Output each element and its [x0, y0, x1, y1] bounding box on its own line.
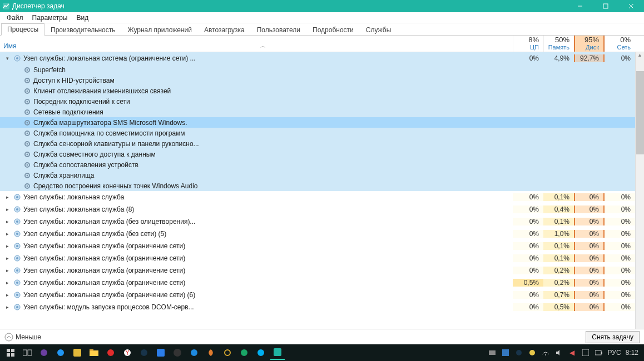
taskbar-yandex-icon[interactable]: Y — [120, 345, 135, 360]
expand-icon[interactable]: ▸ — [3, 231, 11, 237]
taskbar-app-6[interactable] — [187, 345, 201, 360]
process-group-row[interactable]: ▸Узел службы: локальная служба0%0,1%0%0% — [0, 191, 635, 203]
scrollbar-thumb[interactable] — [636, 71, 644, 154]
tab-users[interactable]: Пользователи — [251, 24, 306, 36]
cpu-cell: 0% — [513, 54, 543, 62]
maximize-button[interactable] — [593, 0, 618, 12]
svg-point-61 — [107, 349, 114, 356]
expand-icon[interactable]: ▸ — [3, 194, 11, 200]
taskbar-taskmgr-icon[interactable] — [270, 345, 285, 360]
child-service-row[interactable]: Клиент отслеживания изменившихся связей — [0, 86, 635, 96]
tray-language[interactable]: РУС — [608, 349, 621, 357]
expand-icon[interactable]: ▸ — [3, 268, 11, 273]
process-group-row[interactable]: ▸Узел службы: локальная служба (ограниче… — [0, 240, 635, 252]
end-task-button[interactable]: Снять задачу — [586, 331, 640, 343]
system-tray[interactable]: ◀ РУС 8:12 — [488, 348, 642, 357]
svg-text:Y: Y — [125, 349, 130, 357]
child-service-row[interactable]: Доступ к HID-устройствам — [0, 75, 635, 86]
vertical-scrollbar[interactable]: ▲ — [635, 52, 644, 329]
child-service-row[interactable]: Служба помощника по совместимости програ… — [0, 128, 635, 138]
expand-icon[interactable]: ▸ — [3, 255, 11, 261]
tab-details[interactable]: Подробности — [306, 24, 360, 36]
tray-power-icon[interactable] — [595, 348, 603, 357]
column-network[interactable]: 0% Сеть — [605, 36, 635, 52]
process-group-row[interactable]: ▸Узел службы: локальная служба (8)0%0,4%… — [0, 203, 635, 215]
expand-icon[interactable]: ▸ — [3, 243, 11, 249]
tab-performance[interactable]: Производительность — [44, 24, 121, 36]
process-group-row[interactable]: ▾Узел службы: локальная система (огранич… — [0, 52, 635, 64]
menu-options[interactable]: Параметры — [28, 13, 72, 23]
fewer-details-button[interactable]: Меньше — [4, 333, 41, 342]
process-group-row[interactable]: ▸Узел службы: локальная служба (ограниче… — [0, 252, 635, 264]
svg-rect-72 — [489, 350, 496, 355]
svg-rect-55 — [28, 350, 32, 355]
net-cell: 0% — [605, 230, 635, 238]
taskbar-app-8[interactable] — [220, 345, 235, 360]
process-group-row[interactable]: ▸Узел службы: модуль запуска процессов D… — [0, 301, 635, 313]
expand-icon[interactable]: ▸ — [3, 280, 11, 285]
process-list[interactable]: ▾Узел службы: локальная система (огранич… — [0, 52, 635, 329]
menu-file[interactable]: Файл — [2, 13, 28, 23]
close-button[interactable] — [618, 0, 644, 12]
taskbar[interactable]: Y ◀ РУС 8:12 — [0, 344, 644, 361]
child-service-row[interactable]: Средство построения конечных точек Windo… — [0, 180, 635, 191]
taskbar-app-1[interactable] — [37, 345, 51, 360]
expand-icon[interactable]: ▸ — [3, 207, 11, 212]
taskbar-app-9[interactable] — [237, 345, 251, 360]
taskbar-explorer-icon[interactable] — [87, 345, 101, 360]
process-group-row[interactable]: ▸Узел службы: локальная служба (без сети… — [0, 228, 635, 240]
taskbar-steam-icon[interactable] — [137, 345, 151, 360]
tray-icon-4[interactable]: ◀ — [568, 348, 577, 357]
tray-clock[interactable]: 8:12 — [626, 349, 638, 357]
tray-icon-2[interactable] — [501, 348, 510, 357]
column-disk[interactable]: 95% Диск — [574, 36, 605, 52]
task-view-icon[interactable] — [20, 345, 34, 360]
start-button[interactable] — [3, 345, 18, 360]
taskbar-app-7[interactable] — [204, 345, 218, 360]
child-service-row[interactable]: Служба совместного доступа к данным — [0, 149, 635, 159]
expand-icon[interactable]: ▸ — [3, 292, 11, 298]
svg-point-34 — [16, 220, 18, 223]
expand-icon[interactable]: ▸ — [3, 304, 11, 310]
child-service-row[interactable]: Служба сенсорной клавиатуры и панели рук… — [0, 138, 635, 149]
child-service-row[interactable]: Служба маршрутизатора SMS Microsoft Wind… — [0, 117, 635, 128]
taskbar-opera-icon[interactable] — [103, 345, 118, 360]
column-memory[interactable]: 50% Память — [543, 36, 574, 52]
process-group-row[interactable]: ▸Узел службы: локальная служба (без олиц… — [0, 215, 635, 228]
child-service-row[interactable]: Служба хранилища — [0, 170, 635, 180]
taskbar-app-4[interactable] — [153, 345, 168, 360]
process-group-row[interactable]: ▸Узел службы: локальная служба (ограниче… — [0, 277, 635, 289]
tray-volume-icon[interactable] — [554, 348, 563, 357]
taskbar-app-2[interactable] — [53, 345, 68, 360]
tab-startup[interactable]: Автозагрузка — [198, 24, 251, 36]
svg-rect-65 — [157, 349, 165, 357]
taskbar-app-5[interactable] — [170, 345, 185, 360]
menu-view[interactable]: Вид — [72, 13, 93, 23]
child-service-row[interactable]: Посредник подключений к сети — [0, 96, 635, 107]
child-service-row[interactable]: Superfetch — [0, 64, 635, 75]
tray-icon-1[interactable] — [488, 348, 497, 357]
column-cpu[interactable]: 8% ЦП — [513, 36, 543, 52]
tab-app-history[interactable]: Журнал приложений — [122, 24, 198, 36]
minimize-button[interactable] — [567, 0, 593, 12]
tray-wifi-icon[interactable] — [541, 348, 550, 357]
child-service-row[interactable]: Сетевые подключения — [0, 107, 635, 117]
process-group-row[interactable]: ▸Узел службы: локальная служба (ограниче… — [0, 289, 635, 301]
tray-steam-icon[interactable] — [514, 348, 523, 357]
column-name[interactable]: Имя ︿ — [0, 36, 513, 52]
titlebar[interactable]: Диспетчер задач — [0, 0, 644, 12]
task-manager-window: Диспетчер задач Файл Параметры Вид Проце… — [0, 0, 644, 344]
tab-services[interactable]: Службы — [360, 24, 397, 36]
service-name: Средство построения конечных точек Windo… — [33, 182, 197, 190]
collapse-icon[interactable]: ▾ — [3, 56, 11, 61]
process-group-row[interactable]: ▸Узел службы: локальная служба (ограниче… — [0, 264, 635, 277]
expand-icon[interactable]: ▸ — [3, 219, 11, 224]
taskbar-skype-icon[interactable] — [254, 345, 268, 360]
scroll-up-icon[interactable]: ▲ — [636, 52, 644, 60]
tab-strip: Процессы Производительность Журнал прило… — [0, 23, 644, 36]
tab-processes[interactable]: Процессы — [1, 23, 44, 36]
child-service-row[interactable]: Служба сопоставления устройств — [0, 159, 635, 170]
tray-icon-5[interactable] — [581, 348, 590, 357]
taskbar-app-3[interactable] — [70, 345, 85, 360]
tray-icon-3[interactable] — [528, 348, 537, 357]
